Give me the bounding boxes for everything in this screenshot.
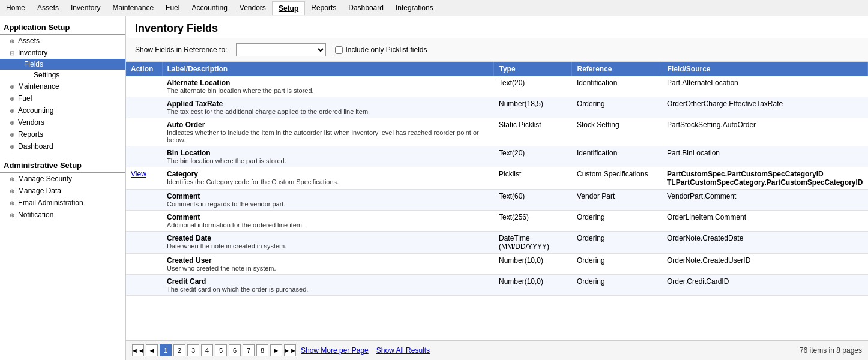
cell-label-desc: Credit CardThe credit card on which the …: [162, 275, 494, 296]
cell-action: [126, 76, 162, 97]
app-setup-title: Application Setup: [0, 19, 125, 35]
table-row: ViewCategoryIdentifies the Category code…: [126, 167, 868, 190]
show-more-link[interactable]: Show More per Page: [301, 346, 369, 355]
expand-icon: ⊕: [10, 212, 18, 218]
sidebar-item-maintenance[interactable]: ⊕ Maintenance: [0, 80, 125, 92]
nav-item-home[interactable]: Home: [0, 1, 31, 14]
nav-item-setup[interactable]: Setup: [272, 1, 305, 15]
show-all-link[interactable]: Show All Results: [376, 346, 430, 355]
field-desc: Indicates whether to include the item in…: [167, 129, 489, 143]
sidebar-item-inventory[interactable]: ⊟ Inventory: [0, 47, 125, 59]
table-row: Created DateDate when the note in create…: [126, 232, 868, 254]
sidebar-item-dashboard[interactable]: ⊕ Dashboard: [0, 140, 125, 152]
cell-field-source: OrderLineItem.Comment: [662, 211, 868, 232]
cell-label-desc: Bin LocationThe bin location where the p…: [162, 146, 494, 167]
cell-reference: Ordering: [572, 211, 662, 232]
sidebar-item-reports[interactable]: ⊕ Reports: [0, 128, 125, 140]
cell-action: [126, 146, 162, 167]
page-8-btn[interactable]: 8: [256, 344, 268, 356]
sidebar-item-accounting[interactable]: ⊕ Accounting: [0, 104, 125, 116]
page-1-btn[interactable]: 1: [160, 344, 172, 356]
table-row: Auto OrderIndicates whether to include t…: [126, 118, 868, 146]
col-label: Label/Description: [162, 62, 494, 76]
picklist-checkbox[interactable]: [335, 46, 343, 54]
field-desc: Additional information for the ordered l…: [167, 221, 489, 229]
fields-table-wrap: Action Label/Description Type Reference …: [126, 62, 868, 340]
sidebar-item-manage-security[interactable]: ⊕ Manage Security: [0, 173, 125, 185]
cell-label-desc: CategoryIdentifies the Category code for…: [162, 167, 494, 190]
expand-icon: ⊕: [10, 131, 18, 138]
nav-item-fuel[interactable]: Fuel: [160, 1, 185, 14]
page-last-btn[interactable]: ►►: [284, 344, 296, 356]
fields-table: Action Label/Description Type Reference …: [126, 62, 868, 296]
sidebar-item-manage-data[interactable]: ⊕ Manage Data: [0, 185, 125, 197]
cell-label-desc: CommentComments in regards to the vendor…: [162, 190, 494, 211]
table-row: Created UserUser who created the note in…: [126, 254, 868, 275]
nav-item-maintenance[interactable]: Maintenance: [106, 1, 160, 14]
page-7-btn[interactable]: 7: [243, 344, 255, 356]
field-label: Comment: [167, 192, 489, 200]
cell-reference: Ordering: [572, 275, 662, 296]
cell-label-desc: CommentAdditional information for the or…: [162, 211, 494, 232]
cell-field-source: OrderNote.CreatedUserID: [662, 254, 868, 275]
field-desc: Identifies the Category code for the Cus…: [167, 178, 489, 185]
col-field-source: Field/Source: [662, 62, 868, 76]
cell-field-source: Part.BinLocation: [662, 146, 868, 167]
page-4-btn[interactable]: 4: [201, 344, 213, 356]
page-prev-btn[interactable]: ◄: [146, 344, 158, 356]
cell-action: [126, 190, 162, 211]
sidebar-item-notification[interactable]: ⊕ Notification: [0, 209, 125, 221]
cell-field-source: PartCustomSpec.PartCustomSpecCategoryID …: [662, 167, 868, 190]
page-3-btn[interactable]: 3: [187, 344, 199, 356]
field-desc: Comments in regards to the vendor part.: [167, 200, 489, 208]
cell-field-source: PartStockSetting.AutoOrder: [662, 118, 868, 146]
nav-item-dashboard[interactable]: Dashboard: [342, 1, 390, 14]
field-label: Created User: [167, 256, 489, 265]
page-6-btn[interactable]: 6: [229, 344, 241, 356]
view-link[interactable]: View: [131, 170, 146, 178]
field-label: Comment: [167, 213, 489, 221]
pagination: ◄◄ ◄ 1 2 3 4 5 6 7 8 ► ►► Show More per …: [126, 340, 868, 360]
field-label: Credit Card: [167, 277, 489, 286]
table-row: Credit CardThe credit card on which the …: [126, 275, 868, 296]
nav-item-vendors[interactable]: Vendors: [234, 1, 272, 14]
reference-select[interactable]: [236, 43, 326, 56]
field-desc: The credit card on which the order is pu…: [167, 286, 489, 293]
cell-reference: Identification: [572, 146, 662, 167]
cell-reference: Custom Specifications: [572, 167, 662, 190]
cell-field-source: Part.AlternateLocation: [662, 76, 868, 97]
nav-item-reports[interactable]: Reports: [305, 1, 342, 14]
pagination-left: ◄◄ ◄ 1 2 3 4 5 6 7 8 ► ►► Show More per …: [132, 344, 433, 356]
cell-action: [126, 118, 162, 146]
cell-action: [126, 97, 162, 118]
page-5-btn[interactable]: 5: [215, 344, 227, 356]
expand-icon: ⊕: [10, 143, 18, 150]
cell-type: Number(10,0): [494, 275, 572, 296]
sidebar-item-email-admin[interactable]: ⊕ Email Administration: [0, 197, 125, 209]
sidebar-item-fuel[interactable]: ⊕ Fuel: [0, 92, 125, 104]
nav-item-integrations[interactable]: Integrations: [390, 1, 439, 14]
page-first-btn[interactable]: ◄◄: [132, 344, 144, 356]
sidebar: Application Setup ⊕ Assets ⊟ Inventory F…: [0, 16, 126, 360]
cell-type: Text(256): [494, 211, 572, 232]
cell-reference: Stock Setting: [572, 118, 662, 146]
sidebar-item-assets[interactable]: ⊕ Assets: [0, 35, 125, 47]
cell-type: Text(20): [494, 146, 572, 167]
col-type: Type: [494, 62, 572, 76]
content-header: Inventory Fields: [126, 16, 868, 38]
field-label: Auto Order: [167, 121, 489, 129]
sidebar-sub-sub-item-settings[interactable]: Settings: [0, 70, 125, 80]
cell-field-source: OrderNote.CreatedDate: [662, 232, 868, 254]
nav-item-assets[interactable]: Assets: [31, 1, 65, 14]
table-row: Applied TaxRateThe tax cost for the addi…: [126, 97, 868, 118]
nav-item-accounting[interactable]: Accounting: [185, 1, 233, 14]
page-next-btn[interactable]: ►: [270, 344, 282, 356]
nav-item-inventory[interactable]: Inventory: [65, 1, 106, 14]
sidebar-sub-item-fields[interactable]: Fields: [0, 59, 125, 70]
cell-action: [126, 232, 162, 254]
table-row: Bin LocationThe bin location where the p…: [126, 146, 868, 167]
cell-type: Number(10,0): [494, 254, 572, 275]
cell-reference: Ordering: [572, 232, 662, 254]
page-2-btn[interactable]: 2: [173, 344, 185, 356]
sidebar-item-vendors[interactable]: ⊕ Vendors: [0, 116, 125, 128]
